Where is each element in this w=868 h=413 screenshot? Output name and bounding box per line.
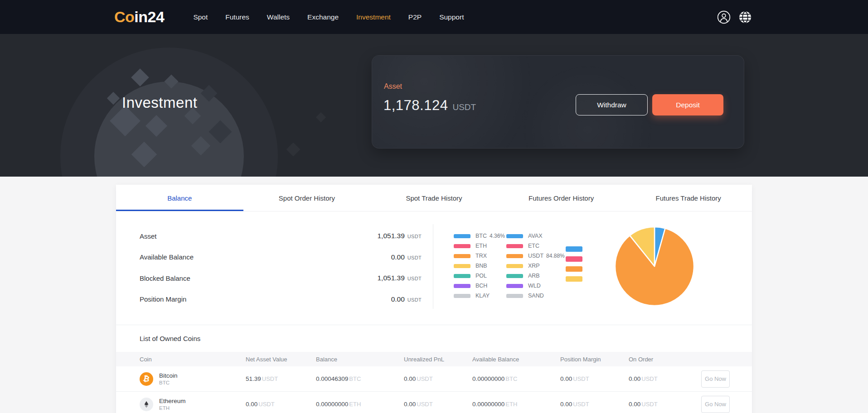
nav-item-wallets[interactable]: Wallets xyxy=(267,13,290,21)
tab-bar: Balance Spot Order History Spot Trade Hi… xyxy=(116,185,752,211)
table-row-bitcoin: ₿ Bitcoin BTC 51.39USDT 0.00046309BTC 0.… xyxy=(116,366,752,392)
tab-futures-order-history[interactable]: Futures Order History xyxy=(498,185,625,211)
go-now-button-bitcoin[interactable]: Go Now xyxy=(701,370,730,388)
cell-balance: 0.00046309BTC xyxy=(316,375,404,382)
nav-item-futures[interactable]: Futures xyxy=(225,13,249,21)
coin-symbol: BTC xyxy=(159,380,178,385)
brand-logo-rest: in24 xyxy=(134,8,164,25)
tab-spot-order-history[interactable]: Spot Order History xyxy=(243,185,371,211)
balance-row-unit: USDT xyxy=(407,276,422,281)
legend-item-trx[interactable]: TRX xyxy=(454,251,506,261)
asset-label: Asset xyxy=(384,82,402,91)
balance-row-value: 1,051.39 xyxy=(378,274,405,282)
balance-panel: Asset 1,051.39USDT Available Balance 0.0… xyxy=(116,211,752,325)
cell-on-order: 0.00USDT xyxy=(629,375,701,382)
legend-item-arb[interactable]: ARB xyxy=(506,271,566,281)
asset-summary-card: Asset 1,178.124 USDT Withdraw Deposit xyxy=(372,55,744,149)
legend-item-etc[interactable]: ETC xyxy=(506,241,566,251)
legend-swatch xyxy=(454,274,470,278)
legend-column-2: AVAX ETC USDT84.88% XRP ARB WLD SAND xyxy=(506,231,566,301)
navbar-right xyxy=(717,10,752,24)
cell-on-order: 0.00USDT xyxy=(629,401,701,408)
main-card: Balance Spot Order History Spot Trade Hi… xyxy=(116,185,752,413)
cell-unrealized-pnl: 0.00USDT xyxy=(404,375,472,382)
balance-list: Asset 1,051.39USDT Available Balance 0.0… xyxy=(140,226,422,310)
cell-net-asset-value: 0.00USDT xyxy=(246,401,316,408)
go-now-button-ethereum[interactable]: Go Now xyxy=(701,396,730,413)
allocation-pie-wrap xyxy=(614,226,695,307)
legend-swatch xyxy=(506,254,523,258)
legend-swatch xyxy=(454,264,470,268)
cell-position-margin: 0.00USDT xyxy=(560,375,629,382)
legend-swatch xyxy=(454,294,470,298)
main-nav: Spot Futures Wallets Exchange Investment… xyxy=(193,13,464,21)
allocation-pie[interactable] xyxy=(614,226,695,307)
nav-item-exchange[interactable]: Exchange xyxy=(307,13,339,21)
legend-item-bch[interactable]: BCH xyxy=(454,281,506,291)
column-header-position-margin: Position Margin xyxy=(560,356,629,363)
coin-cell: ₿ Bitcoin BTC xyxy=(116,372,246,386)
balance-row-blocked: Blocked Balance 1,051.39USDT xyxy=(140,268,422,289)
nav-item-support[interactable]: Support xyxy=(439,13,464,21)
legend-item-avax[interactable]: AVAX xyxy=(506,231,566,241)
nav-item-p2p[interactable]: P2P xyxy=(408,13,422,21)
legend-item-pol[interactable]: POL xyxy=(454,271,506,281)
tab-futures-trade-history[interactable]: Futures Trade History xyxy=(625,185,752,211)
balance-row-position-margin: Position Margin 0.00USDT xyxy=(140,289,422,310)
table-row-ethereum: Ethereum ETH 0.00USDT 0.00000000ETH 0.00… xyxy=(116,392,752,413)
balance-row-unit: USDT xyxy=(407,234,422,239)
column-header-unrealized-pnl: Unrealized PnL xyxy=(404,356,472,363)
nav-item-spot[interactable]: Spot xyxy=(193,13,208,21)
bitcoin-icon: ₿ xyxy=(140,372,153,386)
asset-value-row: 1,178.124 USDT xyxy=(383,97,476,114)
cell-available-balance: 0.00000000BTC xyxy=(472,375,560,382)
balance-row-value: 0.00 xyxy=(391,295,405,303)
legend-item-sand[interactable]: SAND xyxy=(506,291,566,301)
legend-item-wld[interactable]: WLD xyxy=(506,281,566,291)
cell-available-balance: 0.00000000ETH xyxy=(472,401,560,408)
legend-swatch xyxy=(506,234,523,238)
legend-item-bnb[interactable]: BNB xyxy=(454,261,506,271)
legend-swatch xyxy=(566,256,582,262)
tab-balance[interactable]: Balance xyxy=(116,185,243,211)
balance-row-label: Available Balance xyxy=(140,253,194,261)
decorative-diamond xyxy=(286,142,300,156)
legend-item-btc[interactable]: BTC4.36% xyxy=(454,231,506,241)
ethereum-icon xyxy=(140,398,153,411)
legend-swatch xyxy=(454,234,470,238)
legend-column-3 xyxy=(566,231,584,301)
page-title: Investment xyxy=(122,94,197,111)
decorative-diamond xyxy=(316,112,326,123)
legend-item-eth[interactable]: ETH xyxy=(454,241,506,251)
legend-pct: 4.36% xyxy=(490,233,505,239)
nav-item-investment[interactable]: Investment xyxy=(356,13,391,21)
legend-swatch xyxy=(454,254,470,258)
cell-position-margin: 0.00USDT xyxy=(560,401,629,408)
cell-balance: 0.00000000ETH xyxy=(316,401,404,408)
legend-item-xrp[interactable]: XRP xyxy=(506,261,566,271)
legend-item-klay[interactable]: KLAY xyxy=(454,291,506,301)
brand-logo-gold: Co xyxy=(114,8,134,25)
legend-item-usdt[interactable]: USDT84.88% xyxy=(506,251,566,261)
column-header-coin: Coin xyxy=(116,356,246,363)
balance-row-value: 0.00 xyxy=(391,253,405,261)
tab-spot-trade-history[interactable]: Spot Trade History xyxy=(370,185,498,211)
legend-swatch xyxy=(454,284,470,288)
column-header-on-order: On Order xyxy=(629,356,701,363)
legend-swatch xyxy=(454,244,470,248)
user-account-icon[interactable] xyxy=(717,10,731,24)
legend-swatch xyxy=(566,246,582,252)
coin-name: Ethereum xyxy=(159,398,186,404)
top-navbar: Coin24 Spot Futures Wallets Exchange Inv… xyxy=(0,0,868,34)
column-header-balance: Balance xyxy=(316,356,404,363)
balance-row-unit: USDT xyxy=(407,255,422,260)
coin-name: Bitcoin xyxy=(159,372,178,379)
deposit-button[interactable]: Deposit xyxy=(652,94,723,115)
hero-banner: Investment Asset 1,178.124 USDT Withdraw… xyxy=(0,34,868,177)
owned-coins-table-header: Coin Net Asset Value Balance Unrealized … xyxy=(116,352,752,366)
balance-row-unit: USDT xyxy=(407,297,422,303)
withdraw-button[interactable]: Withdraw xyxy=(576,94,648,115)
language-globe-icon[interactable] xyxy=(739,11,752,24)
brand-logo[interactable]: Coin24 xyxy=(114,8,164,26)
vertical-divider xyxy=(433,224,433,309)
